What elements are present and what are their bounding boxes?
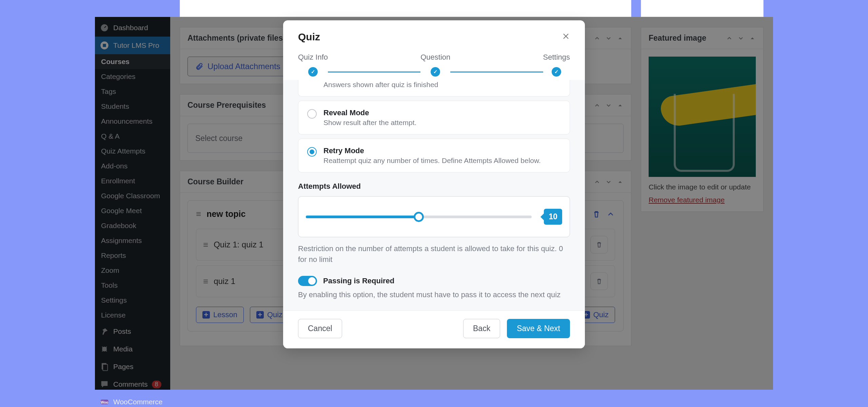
back-button[interactable]: Back: [463, 319, 500, 338]
passing-toggle-row: Passing is Required: [298, 276, 570, 286]
cancel-button[interactable]: Cancel: [298, 319, 342, 338]
passing-toggle[interactable]: [298, 276, 317, 286]
panel-partial-right: [641, 0, 764, 17]
step-quiz-info[interactable]: Quiz Info: [298, 53, 328, 77]
radio-off-icon[interactable]: [307, 109, 317, 119]
reveal-title: Reveal Mode: [323, 108, 416, 117]
reveal-sub: Show result after the attempt.: [323, 119, 416, 127]
stepper: Quiz Info Question Settings: [298, 53, 570, 77]
retry-title: Retry Mode: [323, 146, 541, 155]
step-question[interactable]: Question: [420, 53, 450, 77]
passing-help: By enabling this option, the student mus…: [298, 289, 570, 300]
step-dot-icon: [308, 67, 318, 77]
step-settings[interactable]: Settings: [543, 53, 570, 77]
slider-thumb[interactable]: [414, 212, 424, 222]
step-dot-icon: [552, 67, 561, 77]
step-line: [450, 72, 543, 73]
woo-icon: Woo: [100, 397, 109, 407]
option-partial-top[interactable]: Answers shown after quiz is finished: [298, 80, 570, 97]
modal-footer: Cancel Back Save & Next: [283, 310, 585, 348]
slider-fill: [306, 216, 419, 218]
option-retry-mode[interactable]: Retry Mode Reattempt quiz any number of …: [298, 139, 570, 172]
app-window: Dashboard Tutor LMS Pro CoursesCategorie…: [95, 17, 773, 390]
passing-label: Passing is Required: [323, 277, 394, 285]
option-reveal-mode[interactable]: Reveal Mode Show result after the attemp…: [298, 101, 570, 135]
retry-sub: Reattempt quiz any number of times. Defi…: [323, 157, 541, 165]
modal-body: Answers shown after quiz is finished Rev…: [283, 80, 585, 310]
step-line: [328, 72, 420, 73]
sidebar-woo-label: WooCommerce: [113, 398, 162, 406]
close-icon[interactable]: [562, 31, 570, 43]
slider-value: 10: [544, 209, 562, 225]
attempts-label: Attempts Allowed: [298, 182, 570, 191]
sidebar-woocommerce[interactable]: Woo WooCommerce: [95, 393, 170, 407]
option-partial-sub: Answers shown after quiz is finished: [323, 81, 438, 89]
quiz-modal: Quiz Quiz Info Question Settings Answers…: [283, 20, 585, 348]
modal-header: Quiz Quiz Info Question Settings: [283, 20, 585, 77]
attempts-slider[interactable]: 10: [298, 196, 570, 237]
step-dot-icon: [431, 67, 440, 77]
modal-title-text: Quiz: [298, 31, 320, 43]
save-next-button[interactable]: Save & Next: [507, 319, 570, 338]
slider-track[interactable]: [306, 216, 532, 218]
svg-text:Woo: Woo: [101, 400, 108, 404]
attempts-help: Restriction on the number of attempts a …: [298, 243, 570, 265]
panel-partial-top: [180, 0, 631, 17]
radio-on-icon[interactable]: [307, 147, 317, 157]
